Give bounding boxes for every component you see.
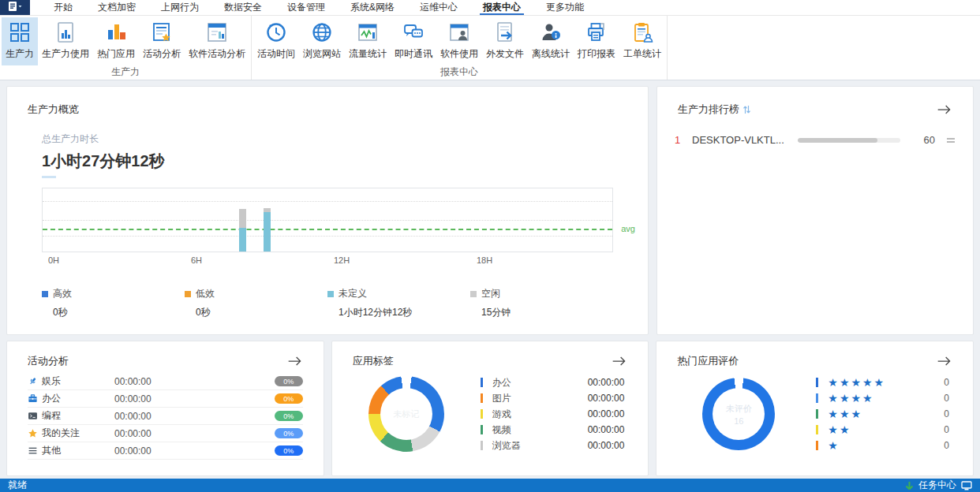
tool-即时通讯[interactable]: 即时通讯 (391, 17, 436, 65)
app-rating-donut-chart: 未评价 16 (702, 378, 775, 450)
legend-tick (816, 409, 818, 419)
rating-row-1-star: ★0 (816, 438, 949, 453)
microphone-icon (28, 376, 42, 386)
legend-value: 0秒 (53, 306, 185, 319)
activity-percent-badge: 0% (275, 445, 303, 456)
activity-row-办公[interactable]: 办公00:00:000% (28, 390, 303, 408)
bar-stack (239, 188, 246, 252)
legend-tick (481, 441, 483, 450)
app-rating-legend: ★★★★★0★★★★0★★★0★★0★0 (816, 375, 973, 453)
menu-item-更多功能[interactable]: 更多功能 (533, 0, 597, 15)
tool-label: 软件使用 (440, 47, 478, 61)
ranking-rows: 1DESKTOP-VLKTL...60 (657, 134, 973, 146)
panel-productivity-ranking: 生产力排行榜 1DESKTOP-VLKTL...60 (656, 86, 974, 335)
x-axis: 0H6H12H18H (42, 255, 613, 270)
clipboard-user-icon (630, 20, 654, 44)
tool-活动时间[interactable]: 活动时间 (253, 17, 299, 65)
ranking-row[interactable]: 1DESKTOP-VLKTL...60 (675, 134, 956, 146)
menu-item-数据安全[interactable]: 数据安全 (211, 0, 275, 15)
activity-time: 00:00:00 (114, 428, 275, 439)
app-tags-donut-chart: 未标记 (368, 376, 444, 452)
legend-time: 00:00:00 (588, 424, 625, 435)
tool-工单统计[interactable]: 工单统计 (619, 17, 665, 65)
menu-item-开始[interactable]: 开始 (41, 0, 85, 15)
star-rating: ★ (828, 439, 944, 452)
menu-item-系统&网络[interactable]: 系统&网络 (338, 0, 407, 15)
legend-item-top: 空闲 (470, 287, 613, 300)
panel-title-productivity-overview: 生产力概览 (28, 102, 79, 117)
progress-track (798, 138, 900, 143)
legend-item-低效: 低效0秒 (185, 287, 327, 319)
rating-count: 0 (944, 393, 949, 404)
legend-tick (481, 393, 483, 403)
activity-row-我的关注[interactable]: 我的关注00:00:000% (28, 425, 303, 442)
legend-item-top: 低效 (185, 287, 327, 300)
rating-row-5-star: ★★★★★0 (816, 375, 949, 390)
legend-time: 00:00:00 (588, 377, 625, 388)
tool-活动分析[interactable]: 活动分析 (139, 17, 185, 65)
menu-item-文档加密[interactable]: 文档加密 (85, 0, 148, 15)
legend-label-空闲: 空闲 (481, 287, 500, 300)
total-productivity-label: 总生产力时长 (42, 132, 648, 146)
avg-line (43, 229, 612, 230)
activity-detail-arrow[interactable] (287, 356, 303, 367)
legend-item-top: 高效 (42, 287, 185, 300)
menu-item-报表中心[interactable]: 报表中心 (470, 0, 533, 15)
clock-icon (264, 20, 288, 44)
tool-生产力使用[interactable]: 生产力使用 (38, 17, 93, 65)
panel-activity-analysis: 活动分析 娱乐00:00:000%办公00:00:000%编程00:00:000… (6, 341, 324, 476)
app-menu-button[interactable] (0, 0, 30, 15)
legend-item-未定义: 未定义1小时12分钟12秒 (327, 287, 470, 319)
tool-软件使用[interactable]: 软件使用 (436, 17, 482, 65)
legend-time: 00:00:00 (588, 440, 625, 451)
ranking-detail-arrow[interactable] (937, 104, 952, 115)
tool-label: 热门应用 (97, 47, 135, 61)
x-tick-12H: 12H (334, 255, 350, 265)
menubar: 开始文档加密上网行为数据安全设备管理系统&网络运维中心报表中心更多功能 (0, 0, 980, 16)
menu-item-设备管理[interactable]: 设备管理 (275, 0, 338, 15)
legend-label: 办公 (492, 376, 588, 390)
printer-icon (585, 20, 608, 44)
tool-热门应用[interactable]: 热门应用 (93, 17, 139, 65)
tool-软件活动分析[interactable]: 软件活动分析 (185, 17, 249, 65)
activity-row-娱乐[interactable]: 娱乐00:00:000% (28, 373, 303, 390)
terminal-icon (28, 411, 42, 421)
tool-打印报表[interactable]: 打印报表 (574, 17, 619, 65)
legend-tick (481, 378, 483, 387)
tool-生产力[interactable]: 生产力 (2, 17, 38, 65)
legend-label-未定义: 未定义 (339, 287, 367, 300)
monitor-icon[interactable] (961, 481, 972, 490)
tool-label: 打印报表 (578, 47, 615, 61)
activity-label: 办公 (42, 392, 114, 405)
app-rating-detail-arrow[interactable] (937, 356, 952, 367)
app-tag-legend-row-图片: 图片00:00:00 (481, 390, 625, 406)
activity-row-其他[interactable]: 其他00:00:000% (28, 442, 303, 460)
ribbon-group-label: 生产力 (2, 65, 249, 80)
rating-count: 0 (944, 424, 949, 435)
activity-row-编程[interactable]: 编程00:00:000% (28, 408, 303, 425)
tool-label: 生产力使用 (42, 47, 89, 61)
tool-label: 工单统计 (623, 47, 661, 61)
menu-items: 开始文档加密上网行为数据安全设备管理系统&网络运维中心报表中心更多功能 (41, 0, 597, 15)
menu-item-运维中心[interactable]: 运维中心 (407, 0, 470, 15)
legend-color-swatch (185, 291, 191, 297)
tool-离线统计[interactable]: 离线统计 (528, 17, 574, 65)
task-center-button[interactable]: 任务中心 (918, 479, 956, 492)
sort-icon[interactable] (743, 105, 750, 114)
tool-外发文件[interactable]: 外发文件 (482, 17, 528, 65)
menu-item-上网行为[interactable]: 上网行为 (148, 0, 211, 15)
legend-label-高效: 高效 (53, 287, 72, 300)
tool-浏览网站[interactable]: 浏览网站 (299, 17, 345, 65)
x-tick-18H: 18H (477, 255, 492, 265)
legend-tick (816, 393, 818, 403)
panel-title-activity-analysis: 活动分析 (28, 354, 69, 368)
legend-item-高效: 高效0秒 (42, 287, 185, 319)
legend-value: 0秒 (196, 306, 327, 319)
app-tags-detail-arrow[interactable] (612, 356, 627, 367)
ribbon-groups: 生产力生产力使用热门应用活动分析软件活动分析生产力活动时间浏览网站流量统计即时通… (0, 16, 668, 80)
download-arrow-icon (905, 481, 914, 490)
status-ready-text: 就绪 (8, 479, 27, 492)
activity-rows: 娱乐00:00:000%办公00:00:000%编程00:00:000%我的关注… (28, 373, 303, 460)
tool-流量统计[interactable]: 流量统计 (345, 17, 391, 65)
doc-arrow-icon (493, 20, 517, 44)
